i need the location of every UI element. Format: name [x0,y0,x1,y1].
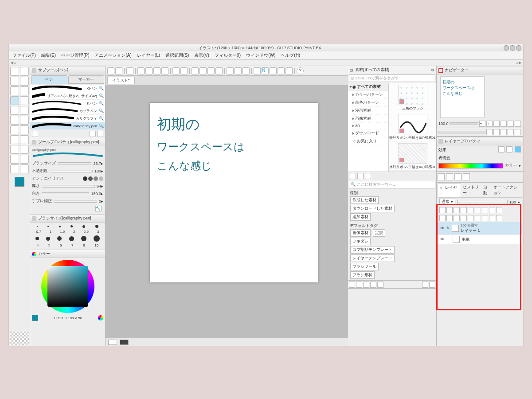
tool-blend[interactable] [10,125,19,134]
rotate-slider[interactable] [438,131,485,133]
cmd-snap4[interactable] [286,67,293,74]
mf-btn[interactable] [363,282,369,288]
subtool-delete-icon[interactable] [97,131,103,137]
mat-item[interactable]: 単色パターン [348,99,388,107]
stab-slider[interactable] [54,200,97,203]
li-btn[interactable] [439,207,446,213]
kw-icon-1[interactable] [350,173,356,179]
brush-row[interactable]: Gペン🔍 [30,85,105,92]
mid-btn[interactable] [438,173,445,180]
kw-icon-2[interactable] [357,173,364,179]
mf-btn[interactable] [429,282,435,288]
cmd-4[interactable] [215,67,223,74]
minimize-button[interactable] [504,45,509,51]
tool-deco[interactable] [10,116,19,125]
tool-brush[interactable] [10,106,19,115]
kind-chip[interactable]: 追加素材 [350,213,371,221]
menu-file[interactable]: ファイル(F) [12,52,36,59]
layer-opacity-slider[interactable] [457,200,508,204]
cmd-5[interactable] [227,67,234,74]
mat-item[interactable]: 画像素材 [348,115,388,123]
new-layer-icon[interactable] [439,215,446,221]
tool-move[interactable] [20,67,29,76]
thick-value[interactable]: 64 [97,184,101,188]
opacity-slider[interactable] [50,170,93,172]
tab-autoaction[interactable]: オートアクション [492,184,522,197]
tool-gradient[interactable] [10,135,19,144]
brushsize-value[interactable]: 23.7 [93,161,101,166]
mat-item[interactable]: 3D [348,123,388,129]
li-btn[interactable] [454,207,460,213]
li-btn[interactable] [475,215,481,221]
cmd-open[interactable] [137,67,145,74]
zoom-slider[interactable] [450,122,478,125]
cmd-snap2[interactable] [270,67,277,74]
tool-eraser[interactable] [20,116,29,125]
navigator-thumb[interactable]: 初期の ワークスペースは こんな感じ [440,76,485,118]
menu-edit[interactable]: 編集(E) [41,52,56,59]
tool-frame[interactable] [20,155,29,164]
mid-btn[interactable] [446,173,453,180]
menu-window[interactable]: ウィンドウ(W) [246,52,275,59]
brush-row-selected[interactable]: calligraphy pen🔍 [30,122,105,130]
stab-value[interactable]: 0 [99,199,101,203]
tool-text[interactable] [10,145,19,154]
frame-mode-icon[interactable] [108,340,117,345]
visibility-icon[interactable]: 👁 [439,226,445,231]
mid-btn[interactable] [454,173,462,180]
brush-row[interactable]: カブラペン🔍 [30,107,105,115]
cmd-6[interactable] [235,67,242,74]
material-card[interactable]: 水利リボン-手描き0の和感01 [389,141,436,171]
tool-fill[interactable] [20,125,29,134]
menu-help[interactable]: ヘルプ(H) [281,52,300,59]
tab-layers[interactable]: ≡ レイヤー [438,184,461,197]
tag-chip[interactable]: ブラシツール [350,263,379,270]
tool-movelayer[interactable] [20,77,29,86]
mat-item[interactable]: カラーパターン [348,91,388,99]
brushsize-slider[interactable] [58,162,91,165]
li-btn[interactable] [475,207,481,213]
delete-layer-icon[interactable] [496,215,502,221]
menu-select[interactable]: 選択範囲(S) [165,52,189,59]
cmd-refresh[interactable] [126,67,133,74]
close-button[interactable] [516,45,521,51]
effect-tone-icon[interactable] [506,146,512,153]
cmd-help[interactable]: ? [297,67,304,74]
compass-icon[interactable]: ↻ [431,68,434,72]
menu-layer[interactable]: レイヤー(L) [137,52,160,59]
mat-item[interactable]: 漫画素材 [348,107,388,115]
material-card[interactable]: 手描き青海波-手描き0の... [389,171,436,172]
canvas-area[interactable]: 初期の ワークスペースは こんな感じ [106,85,348,338]
tag-chip[interactable]: 定規 [373,229,385,237]
tool-balloon[interactable] [20,145,29,154]
tool-correct[interactable] [20,164,29,173]
flip-h-icon[interactable] [508,129,514,135]
li-btn[interactable] [482,215,488,221]
zoom-in-icon[interactable]: ＋ [486,121,493,127]
menu-page[interactable]: ページ管理(P) [61,52,89,59]
color-cycle-icon[interactable] [98,315,103,321]
mat-root[interactable]: ◉ すべての素材 [348,83,388,91]
rot-l-icon[interactable] [486,129,493,135]
zoom-out-icon[interactable]: − [479,121,485,127]
thick-slider[interactable] [42,185,95,188]
li-btn[interactable] [454,215,460,221]
cmd-3[interactable] [207,67,215,74]
li-btn[interactable] [489,207,495,213]
li-btn[interactable] [468,215,474,221]
toolprop-detail-icon[interactable]: 🔧 [95,206,102,212]
rotate-icon[interactable] [508,121,514,127]
effect-border-icon[interactable] [498,146,505,153]
li-btn[interactable] [482,207,488,213]
keyword-search[interactable]: 🔍 ここに検索キーワー… [349,181,435,188]
kind-chip[interactable]: 作成した素材 [350,196,379,204]
tab-history[interactable]: ヒストリー [461,184,481,197]
layer-opacity-value[interactable]: 100 [509,200,516,204]
flip-v-icon[interactable] [515,129,521,135]
tool-figure[interactable] [20,135,29,144]
tab-marker[interactable]: マーカー [68,75,105,84]
scroll-right-icon[interactable] [519,61,521,65]
tool-autoselect[interactable] [20,86,29,95]
maximize-button[interactable] [510,45,515,51]
tag-chip[interactable]: 画像素材 [350,229,371,237]
